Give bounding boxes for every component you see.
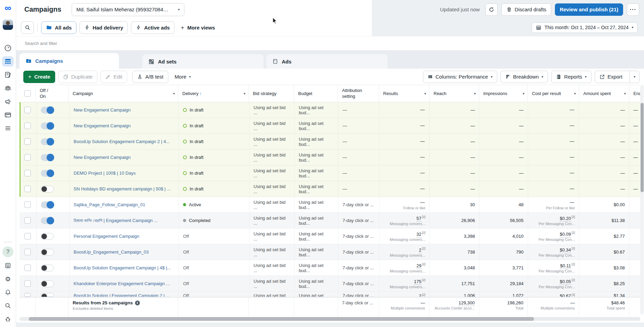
column-menu-caret-icon[interactable]: ▾ (624, 92, 626, 95)
column-menu-caret-icon[interactable]: ▾ (474, 92, 476, 95)
more-views-button[interactable]: + More views (181, 25, 215, 31)
row-checkbox[interactable] (24, 170, 31, 176)
campaign-status-toggle[interactable] (41, 107, 54, 114)
campaign-status-toggle[interactable] (41, 249, 54, 256)
row-checkbox[interactable] (24, 217, 31, 224)
vertical-scrollbar-thumb[interactable] (641, 103, 644, 192)
column-header-amount-spent[interactable]: Amount spent▾ (579, 85, 629, 102)
campaign-name-link[interactable]: BoostUp_Engagement_Campaign_03 (74, 249, 174, 255)
column-menu-caret-icon[interactable]: ▾ (173, 92, 175, 95)
column-header-bid-strategy[interactable]: Bid strategy (249, 85, 294, 102)
campaign-status-toggle[interactable] (41, 122, 54, 129)
campaign-status-toggle[interactable] (41, 265, 54, 271)
column-header-budget[interactable]: Budget (294, 85, 338, 102)
row-checkbox[interactable] (24, 154, 31, 161)
more-options-button[interactable]: ··· (627, 3, 639, 16)
campaign-status-toggle[interactable] (41, 217, 54, 224)
horizontal-scrollbar-thumb[interactable] (29, 317, 534, 321)
ab-test-button[interactable]: A/B test (132, 71, 168, 83)
refresh-button[interactable] (485, 3, 498, 16)
vertical-scrollbar[interactable] (640, 85, 644, 315)
row-checkbox[interactable] (24, 293, 31, 297)
campaign-name-link[interactable]: New Engagement Campaign (74, 123, 174, 128)
ad-account-selector[interactable]: Md. Saiful Islam Meheraz (959327084… ▾ (72, 3, 185, 16)
global-search-button[interactable] (2, 301, 14, 311)
column-header-delivery[interactable]: Delivery↑▾ (178, 85, 249, 102)
campaign-status-toggle[interactable] (41, 170, 54, 177)
campaign-status-toggle[interactable] (41, 138, 54, 145)
column-header-cost-per-result[interactable]: Cost per result▾ (528, 85, 579, 102)
column-header-campaign[interactable]: Campaign▾ (69, 85, 178, 102)
row-checkbox[interactable] (24, 233, 31, 240)
review-and-publish-button[interactable]: Review and publish (21) (555, 3, 623, 16)
campaign-name-link[interactable]: New Engagement Campaign (74, 155, 174, 160)
campaign-name-link[interactable]: Sajlika_Page_Follow_Campaign_01 (74, 202, 174, 207)
info-icon[interactable]: i (135, 301, 140, 305)
tab-campaigns[interactable]: Campaigns (20, 53, 119, 69)
row-checkbox[interactable] (24, 122, 31, 129)
edit-button[interactable]: Edit (100, 71, 127, 83)
campaign-status-toggle[interactable] (41, 233, 54, 240)
columns-button[interactable]: Columns: Performance ▾ (423, 71, 497, 83)
sidebar-item-pages[interactable] (2, 70, 14, 80)
report-bug-button[interactable] (2, 314, 14, 324)
campaign-name-link[interactable]: New Engagement Campaign (74, 107, 174, 113)
tab-ad-sets[interactable]: Ad sets (142, 54, 264, 69)
row-checkbox[interactable] (24, 249, 31, 255)
select-all-checkbox[interactable] (24, 90, 31, 97)
more-actions-button[interactable]: More ▾ (175, 74, 191, 80)
sidebar-item-overview[interactable] (2, 43, 14, 53)
sidebar-item-campaigns[interactable] (2, 56, 14, 67)
row-checkbox[interactable] (24, 138, 31, 145)
sidebar-item-billing[interactable] (2, 110, 14, 120)
column-menu-caret-icon[interactable]: ▾ (574, 92, 576, 95)
row-checkbox[interactable] (24, 280, 31, 287)
campaign-status-toggle[interactable] (41, 186, 54, 192)
sidebar-item-advertise[interactable] (2, 96, 14, 107)
campaign-name-link[interactable]: Personal Engagement Campaign (74, 234, 174, 239)
tab-ads[interactable]: Ads (266, 54, 388, 69)
column-header-reach[interactable]: Reach▾ (429, 85, 479, 102)
settings-button[interactable]: ⚙ (2, 274, 14, 284)
campaign-status-toggle[interactable] (41, 201, 54, 208)
column-menu-caret-icon[interactable]: ▾ (523, 92, 524, 95)
campaign-name-link[interactable]: BoostUp Solution Engagement Campaign | 4… (74, 265, 174, 270)
export-button[interactable]: Export (595, 71, 627, 83)
search-and-filter-input[interactable] (25, 41, 265, 46)
campaign-status-toggle[interactable] (41, 280, 54, 287)
column-header-attribution[interactable]: Attribution setting (338, 85, 379, 102)
whats-new-button[interactable] (2, 260, 14, 271)
column-header-results[interactable]: Results▾ (379, 85, 429, 102)
campaign-name-link[interactable]: SN Holidays BD engagement campaign | 50$… (74, 186, 174, 191)
notifications-button[interactable] (2, 287, 14, 297)
campaign-name-link[interactable]: BoostUp Solution | Engagement Campaign 2… (74, 293, 174, 297)
row-checkbox[interactable] (24, 265, 31, 271)
discard-drafts-button[interactable]: Discard drafts (501, 3, 551, 16)
column-menu-caret-icon[interactable]: ▾ (244, 92, 245, 95)
export-options-button[interactable]: ▾ (630, 71, 639, 83)
column-menu-caret-icon[interactable]: ▾ (424, 92, 426, 95)
help-button[interactable]: ? (2, 246, 13, 257)
row-checkbox[interactable] (24, 107, 31, 113)
sidebar-item-all-tools[interactable] (2, 123, 14, 133)
campaign-name-link[interactable]: DEMO Project | 100$ | 10 Days (74, 171, 174, 176)
row-checkbox[interactable] (24, 201, 31, 208)
meta-logo[interactable]: ∞ (4, 3, 11, 14)
create-button[interactable]: + Create (23, 71, 55, 83)
column-header-ends[interactable]: Ends (629, 85, 640, 102)
date-range-selector[interactable]: This month: Oct 1, 2024 – Oct 27, 2024 ▾ (532, 22, 637, 33)
view-tab-active-ads[interactable]: Active ads (131, 21, 174, 34)
reports-button[interactable]: Reports ▾ (551, 71, 592, 83)
view-tab-all-ads[interactable]: All ads (41, 21, 76, 34)
horizontal-scrollbar[interactable] (20, 317, 640, 321)
avatar[interactable] (3, 20, 13, 30)
breakdown-button[interactable]: Breakdown ▾ (500, 71, 548, 83)
campaign-name-link[interactable]: BoostUp Solution Engagement Campaign 2 |… (74, 139, 174, 144)
row-checkbox[interactable] (24, 186, 31, 192)
campaign-status-toggle[interactable] (41, 154, 54, 161)
campaign-name-link[interactable]: হিজামা কাপিং থেরাপি | Engagement Campaig… (74, 218, 174, 223)
sidebar-item-audiences[interactable] (2, 83, 14, 93)
column-header-impressions[interactable]: Impressions▾ (479, 85, 528, 102)
search-views-button[interactable] (21, 21, 34, 34)
duplicate-button[interactable]: Duplicate (58, 71, 98, 83)
